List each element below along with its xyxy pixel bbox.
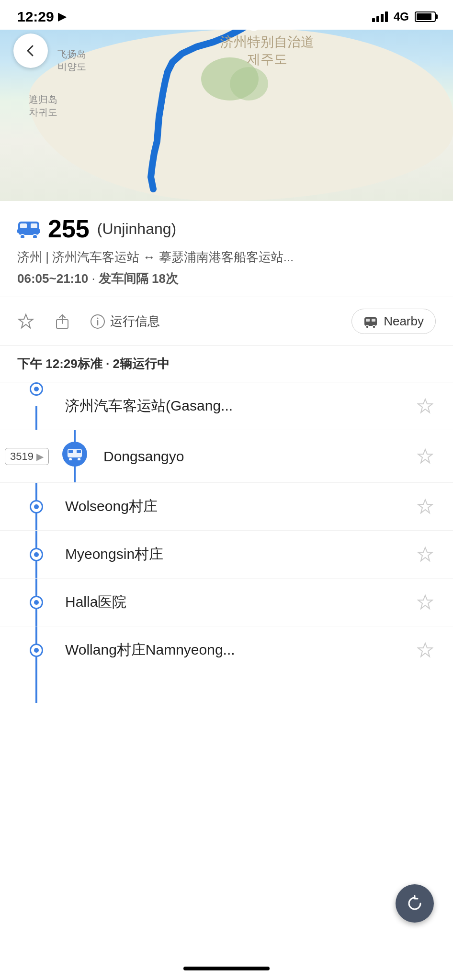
- svg-point-7: [33, 234, 37, 238]
- timeline-col: [17, 626, 56, 674]
- stop-item[interactable]: Wolseong村庄: [0, 483, 453, 531]
- stop-favorite-button[interactable]: [415, 496, 436, 517]
- time-range: 06:05~21:10: [17, 271, 88, 286]
- info-button[interactable]: 运行信息: [90, 313, 160, 330]
- svg-rect-4: [20, 223, 27, 228]
- status-bar: 12:29 ▶ 4G: [0, 0, 453, 30]
- time-display: 12:29: [17, 9, 54, 25]
- svg-point-15: [97, 317, 99, 319]
- map-view[interactable]: 飞扬岛비양도 遮归岛차귀도 济州特别自治道제주도: [0, 0, 453, 201]
- info-icon: [90, 314, 105, 329]
- svg-marker-27: [418, 449, 432, 463]
- status-line: 下午 12:29标准 · 2辆运行中: [0, 346, 453, 382]
- map-label-jeju: 济州特别自治道제주도: [220, 33, 314, 68]
- share-button[interactable]: [54, 313, 71, 330]
- stop-favorite-button[interactable]: [415, 446, 436, 467]
- route-line: [0, 0, 453, 201]
- route-time: 06:05~21:10 · 发车间隔 18次: [17, 270, 436, 287]
- svg-marker-31: [418, 643, 432, 657]
- stop-name: Wollang村庄Namnyeong...: [56, 640, 415, 660]
- signal-text: 4G: [394, 10, 409, 23]
- stop-name: Dongsangyo: [94, 448, 415, 465]
- stop-favorite-button[interactable]: [415, 640, 436, 661]
- svg-point-6: [20, 234, 25, 238]
- map-label-biyang: 飞扬岛비양도: [57, 48, 86, 73]
- action-bar: 运行信息 Nearby: [0, 297, 453, 346]
- svg-point-20: [373, 325, 375, 328]
- svg-rect-8: [17, 229, 19, 233]
- share-icon: [54, 313, 71, 330]
- stop-list: 济州汽车客运站(Gasang... 3519 ▶: [0, 382, 453, 703]
- more-stops: [0, 674, 453, 703]
- location-icon: ▶: [58, 11, 66, 23]
- route-info-panel: 255 (Unjinhang) 济州 | 济州汽车客运站 ↔ 摹瑟浦南港客船客运…: [0, 201, 453, 297]
- bus-number: 3519: [10, 450, 34, 463]
- nearby-bus-icon: [363, 314, 378, 329]
- stop-favorite-button[interactable]: [415, 544, 436, 565]
- map-label-chagwi: 遮归岛차귀도: [29, 93, 57, 118]
- signal-bars: [372, 11, 388, 22]
- status-right: 4G: [372, 10, 436, 23]
- route-name: (Unjinhang): [97, 220, 176, 238]
- stop-name: 济州汽车客运站(Gasang...: [56, 396, 415, 416]
- star-icon: [17, 313, 34, 330]
- stop-name: Myeongsin村庄: [56, 545, 415, 564]
- svg-rect-24: [77, 450, 81, 453]
- timeline-col: [17, 382, 56, 430]
- bus-icon: [17, 220, 40, 237]
- favorite-button[interactable]: [17, 313, 34, 330]
- status-time: 12:29 ▶: [17, 9, 66, 25]
- timeline-col: [17, 483, 56, 530]
- stop-item[interactable]: 济州汽车客运站(Gasang...: [0, 382, 453, 430]
- route-number: 255: [48, 214, 90, 243]
- svg-marker-21: [418, 399, 432, 412]
- info-label: 运行信息: [110, 313, 160, 330]
- timeline-col: [17, 531, 56, 578]
- svg-marker-10: [19, 314, 33, 328]
- route-detail: 济州 | 济州汽车客运站 ↔ 摹瑟浦南港客船客运站...: [17, 248, 436, 267]
- svg-marker-30: [418, 595, 432, 609]
- timeline-col: [56, 430, 94, 482]
- home-indicator: [183, 967, 270, 970]
- status-text: 下午 12:29标准 · 2辆运行中: [17, 356, 170, 371]
- svg-rect-5: [31, 223, 37, 228]
- stop-item[interactable]: Halla医院: [0, 579, 453, 626]
- stop-item[interactable]: 3519 ▶ Dongsangyo: [0, 430, 453, 483]
- refresh-icon: [405, 894, 424, 913]
- svg-rect-18: [372, 319, 375, 322]
- svg-rect-9: [38, 229, 40, 233]
- svg-point-26: [78, 458, 80, 460]
- svg-marker-28: [418, 500, 432, 513]
- svg-rect-23: [68, 450, 73, 453]
- frequency: 发车间隔 18次: [99, 271, 178, 286]
- back-button[interactable]: [13, 33, 48, 68]
- stop-name: Halla医院: [56, 592, 415, 612]
- badge-arrow: ▶: [36, 451, 44, 462]
- battery-icon: [415, 11, 436, 22]
- timeline-col: [17, 579, 56, 626]
- nearby-button[interactable]: Nearby: [351, 309, 436, 334]
- stop-favorite-button[interactable]: [415, 396, 436, 417]
- refresh-button[interactable]: [396, 884, 434, 923]
- svg-rect-17: [366, 319, 370, 322]
- chevron-left-icon: [24, 44, 37, 57]
- svg-rect-16: [364, 317, 377, 326]
- stop-favorite-button[interactable]: [415, 592, 436, 613]
- bus-at-stop-icon: [62, 442, 87, 467]
- nearby-label: Nearby: [384, 314, 424, 329]
- svg-point-25: [69, 458, 72, 460]
- stop-item[interactable]: Myeongsin村庄: [0, 531, 453, 579]
- bus-badge: 3519 ▶: [5, 448, 49, 465]
- svg-point-19: [366, 325, 369, 328]
- route-header: 255 (Unjinhang): [17, 214, 436, 243]
- svg-marker-29: [418, 547, 432, 561]
- stop-name: Wolseong村庄: [56, 497, 415, 516]
- stop-item[interactable]: Wollang村庄Namnyeong...: [0, 626, 453, 674]
